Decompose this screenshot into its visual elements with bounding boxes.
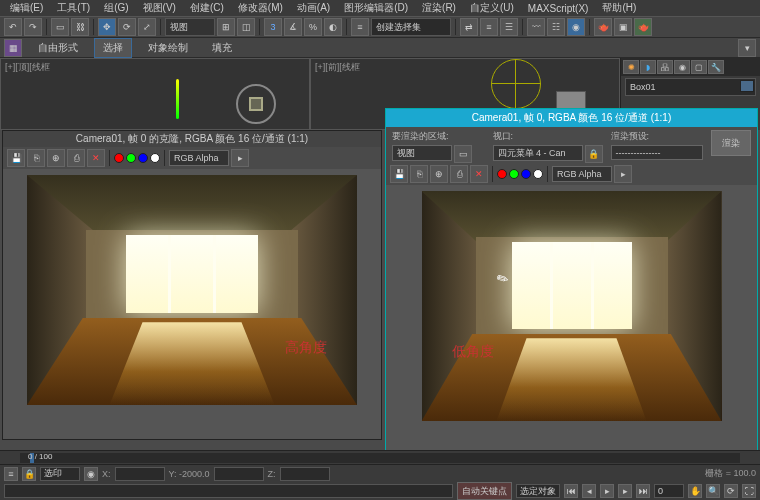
scale-button[interactable]: ⤢ [138, 18, 156, 36]
material-button[interactable]: ◉ [567, 18, 585, 36]
channel-next-button[interactable]: ▸ [231, 149, 249, 167]
script-listener-button[interactable]: ≡ [4, 467, 18, 481]
goto-end-button[interactable]: ⏭ [636, 484, 650, 498]
prompt-field[interactable] [4, 484, 453, 498]
menu-render[interactable]: 渲染(R) [416, 1, 462, 15]
menu-modifier[interactable]: 修改器(M) [232, 1, 289, 15]
viewcube-icon[interactable] [236, 84, 276, 124]
clear-button[interactable]: ✕ [87, 149, 105, 167]
object-color-swatch[interactable] [740, 80, 754, 92]
menu-edit[interactable]: 编辑(E) [4, 1, 49, 15]
timeline[interactable]: 0 / 100 [0, 450, 760, 464]
render-setup-button[interactable]: 🫖 [594, 18, 612, 36]
percent-snap-button[interactable]: % [304, 18, 322, 36]
curve-editor-button[interactable]: 〰 [527, 18, 545, 36]
green-channel-toggle[interactable] [126, 153, 136, 163]
autokey-button[interactable]: 自动关键点 [457, 482, 512, 500]
align-button[interactable]: ≡ [480, 18, 498, 36]
rotate-button[interactable]: ⟳ [118, 18, 136, 36]
named-sel-button[interactable]: ≡ [351, 18, 369, 36]
menu-anim[interactable]: 动画(A) [291, 1, 336, 15]
preset-dropdown[interactable]: --------------- [611, 145, 704, 160]
camera-path-gizmo[interactable] [176, 79, 196, 124]
menu-group[interactable]: 组(G) [98, 1, 134, 15]
tab-select[interactable]: 选择 [94, 38, 132, 58]
menu-help[interactable]: 帮助(H) [596, 1, 642, 15]
render-button[interactable]: 🫖 [634, 18, 652, 36]
layer-button[interactable]: ☰ [500, 18, 518, 36]
compass-gizmo[interactable] [491, 59, 541, 109]
save-image-button[interactable]: 💾 [7, 149, 25, 167]
blue-channel-toggle[interactable] [138, 153, 148, 163]
mono-channel-toggle-2[interactable] [533, 169, 543, 179]
clear-button-2[interactable]: ✕ [470, 165, 488, 183]
prev-frame-button[interactable]: ◂ [582, 484, 596, 498]
channel-next-button-2[interactable]: ▸ [614, 165, 632, 183]
move-button[interactable]: ✥ [98, 18, 116, 36]
viewport-select-dropdown[interactable]: 四元菜单 4 - Can [493, 145, 583, 161]
hierarchy-tab-icon[interactable]: 品 [657, 60, 673, 74]
red-channel-toggle-2[interactable] [497, 169, 507, 179]
menu-script[interactable]: MAXScript(X) [522, 3, 595, 14]
select-button[interactable]: ▭ [51, 18, 69, 36]
x-field[interactable] [115, 467, 165, 481]
menu-custom[interactable]: 自定义(U) [464, 1, 520, 15]
poly-button[interactable]: ▦ [4, 39, 22, 57]
modify-tab-icon[interactable]: ◗ [640, 60, 656, 74]
pan-view-button[interactable]: ✋ [688, 484, 702, 498]
motion-tab-icon[interactable]: ◉ [674, 60, 690, 74]
print-button-2[interactable]: ⎙ [450, 165, 468, 183]
key-filter-dropdown[interactable]: 选定对象 [516, 484, 560, 498]
menu-create[interactable]: 创建(C) [184, 1, 230, 15]
isolate-button[interactable]: ◉ [84, 467, 98, 481]
selection-set-input[interactable]: 创建选择集 [371, 18, 451, 36]
lock-ui-button[interactable]: 🔒 [22, 467, 36, 481]
undo-button[interactable]: ↶ [4, 18, 22, 36]
ribbon-expand-button[interactable]: ▾ [738, 39, 756, 57]
clone-button[interactable]: ⊕ [47, 149, 65, 167]
render-area-dropdown[interactable]: 视图 [392, 145, 452, 161]
print-button[interactable]: ⎙ [67, 149, 85, 167]
mono-channel-toggle[interactable] [150, 153, 160, 163]
z-field[interactable] [280, 467, 330, 481]
ref-button[interactable]: ◫ [237, 18, 255, 36]
lock-view-button[interactable]: 🔒 [585, 145, 603, 163]
viewport-top[interactable]: [+][顶][线框 [0, 58, 310, 130]
red-channel-toggle[interactable] [114, 153, 124, 163]
save-image-button-2[interactable]: 💾 [390, 165, 408, 183]
menu-tools[interactable]: 工具(T) [51, 1, 96, 15]
zoom-view-button[interactable]: 🔍 [706, 484, 720, 498]
channel-dropdown-2[interactable]: RGB Alpha [552, 166, 612, 182]
object-name-field[interactable]: Box01 [625, 78, 756, 96]
green-channel-toggle-2[interactable] [509, 169, 519, 179]
copy-image-button[interactable]: ⎘ [27, 149, 45, 167]
tab-fill[interactable]: 填充 [204, 39, 240, 57]
goto-start-button[interactable]: ⏮ [564, 484, 578, 498]
snap3-button[interactable]: 3 [264, 18, 282, 36]
current-frame-field[interactable]: 0 [654, 484, 684, 498]
region-button[interactable]: ▭ [454, 145, 472, 163]
channel-dropdown[interactable]: RGB Alpha [169, 150, 229, 166]
next-frame-button[interactable]: ▸ [618, 484, 632, 498]
link-button[interactable]: ⛓ [71, 18, 89, 36]
menu-graph[interactable]: 图形编辑器(D) [338, 1, 414, 15]
maximize-view-button[interactable]: ⛶ [742, 484, 756, 498]
mirror-button[interactable]: ⇄ [460, 18, 478, 36]
timeline-track[interactable] [20, 453, 740, 463]
copy-image-button-2[interactable]: ⎘ [410, 165, 428, 183]
orbit-view-button[interactable]: ⟳ [724, 484, 738, 498]
utilities-tab-icon[interactable]: 🔧 [708, 60, 724, 74]
clone-button-2[interactable]: ⊕ [430, 165, 448, 183]
render-execute-button[interactable]: 渲染 [711, 130, 751, 156]
viewport-dropdown[interactable]: 视图 [165, 18, 215, 36]
menu-view[interactable]: 视图(V) [137, 1, 182, 15]
angle-snap-button[interactable]: ∡ [284, 18, 302, 36]
play-button[interactable]: ▸ [600, 484, 614, 498]
tab-freeform[interactable]: 自由形式 [30, 39, 86, 57]
blue-channel-toggle-2[interactable] [521, 169, 531, 179]
create-tab-icon[interactable]: ✺ [623, 60, 639, 74]
render-frame-button[interactable]: ▣ [614, 18, 632, 36]
redo-button[interactable]: ↷ [24, 18, 42, 36]
y-field[interactable] [214, 467, 264, 481]
schematic-button[interactable]: ☷ [547, 18, 565, 36]
